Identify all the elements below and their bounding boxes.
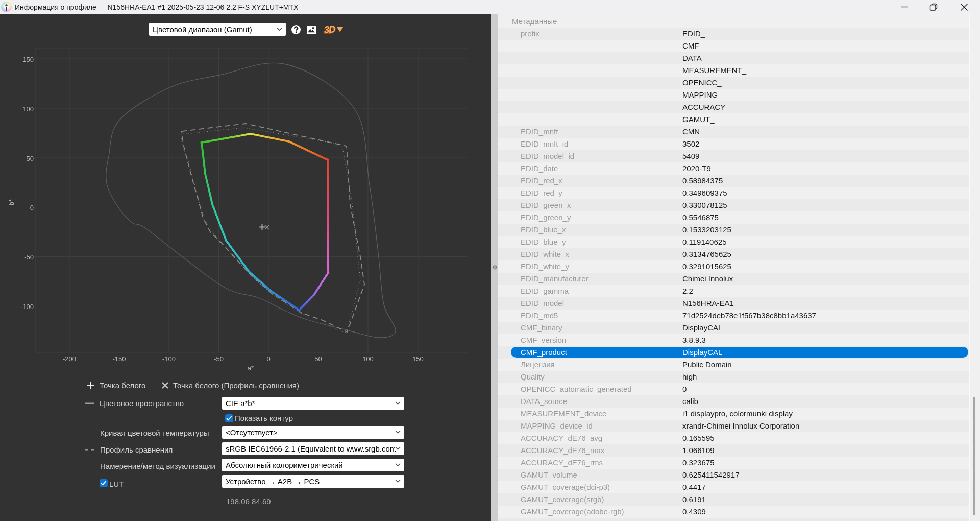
svg-text:-150: -150 (112, 355, 126, 363)
svg-text:100: 100 (362, 355, 374, 363)
svg-text:100: 100 (22, 105, 34, 113)
svg-text:50: 50 (27, 155, 34, 162)
svg-text:150: 150 (412, 355, 424, 363)
svg-text:a*: a* (248, 364, 254, 372)
svg-text:b*: b* (8, 199, 15, 205)
svg-text:0: 0 (266, 355, 270, 363)
svg-text:0: 0 (30, 204, 34, 211)
svg-text:-50: -50 (214, 355, 224, 363)
svg-text:-200: -200 (63, 355, 76, 363)
svg-text:-100: -100 (162, 355, 176, 363)
svg-text:-100: -100 (20, 303, 34, 311)
svg-text:-50: -50 (24, 253, 34, 261)
svg-text:150: 150 (22, 56, 34, 63)
svg-text:50: 50 (314, 355, 322, 363)
